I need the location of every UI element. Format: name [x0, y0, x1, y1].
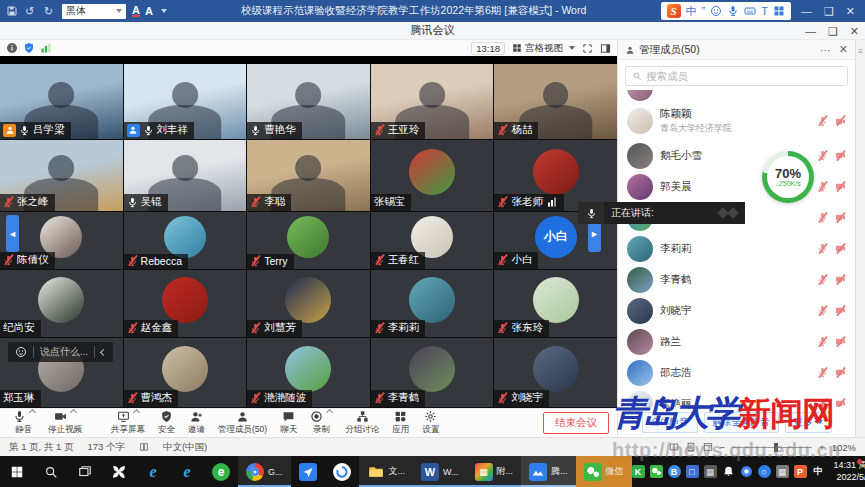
camera-muted-icon[interactable] — [835, 212, 846, 223]
video-tile[interactable]: 曹鸿杰 — [124, 338, 248, 407]
camera-muted-icon[interactable] — [835, 116, 846, 127]
taskbar-app-tencent-meeting[interactable]: 腾... — [521, 456, 576, 487]
tray-monitor-tray-icon[interactable]: □ — [686, 465, 699, 478]
camera-muted-icon[interactable] — [835, 274, 846, 285]
zoom-in-button[interactable]: + — [819, 442, 825, 453]
start-button[interactable] — [0, 456, 34, 487]
voice-input-icon[interactable] — [727, 5, 739, 17]
caret-up-icon[interactable] — [326, 409, 333, 416]
quick-chat-bar[interactable]: 说点什么... — [8, 342, 113, 362]
panel-close-icon[interactable]: ✕ — [839, 43, 848, 56]
search-box[interactable] — [625, 66, 848, 86]
meeting-titlebar[interactable]: 腾讯会议 — ❑ ✕ — [0, 22, 865, 40]
member-list-item[interactable]: 鹅毛小雪 — [627, 140, 846, 171]
font-name-dropdown[interactable]: 黑体 — [62, 4, 126, 19]
undo-icon[interactable]: ↺ — [25, 5, 37, 17]
taskbar-app-browser-360[interactable]: e — [204, 456, 238, 487]
video-tile[interactable]: 刘慧芳 — [247, 270, 371, 337]
camera-muted-icon[interactable] — [835, 305, 846, 316]
keyboard-icon[interactable] — [744, 5, 756, 17]
video-tile[interactable]: 曹艳华 — [247, 64, 371, 139]
toolbar-stop-video-button[interactable]: 停止视频 — [43, 410, 87, 436]
tray-wechat-tray-icon[interactable] — [650, 465, 663, 478]
task-view-button[interactable] — [68, 456, 102, 487]
zoom-out-button[interactable]: − — [720, 442, 726, 453]
mic-muted-icon[interactable] — [817, 212, 828, 223]
tray-chrome-tray-icon[interactable] — [740, 465, 753, 478]
toolbar-record-button[interactable]: 录制 — [305, 410, 337, 436]
toolbar-chat-button[interactable]: 聊天 — [275, 410, 302, 436]
member-list-item[interactable]: 陈颖颖青岛大学经济学院 — [627, 102, 846, 140]
emoji-icon[interactable] — [710, 5, 722, 17]
video-tile[interactable]: 王春红 — [371, 212, 495, 269]
web-layout-icon[interactable] — [703, 442, 713, 452]
proofing-icon[interactable] — [139, 442, 149, 452]
font-color-button[interactable]: A — [132, 5, 140, 17]
member-list-item[interactable]: 路兰 — [627, 326, 846, 357]
taskbar-app-word[interactable]: WW... — [413, 456, 467, 487]
panel-dock-strip[interactable]: ≡ — [855, 40, 865, 437]
camera-muted-icon[interactable] — [835, 150, 846, 161]
fullscreen-icon[interactable] — [582, 43, 593, 54]
chat-input-placeholder[interactable]: 说点什么... — [40, 345, 88, 359]
tray-photo-tray-icon[interactable]: ▦ — [704, 465, 717, 478]
tray-bluetooth-tray-icon[interactable]: B — [668, 465, 681, 478]
print-layout-icon[interactable] — [686, 442, 696, 452]
camera-muted-icon[interactable] — [835, 367, 846, 378]
toolbar-apps-button[interactable]: 应用 — [387, 410, 414, 436]
taskbar-app-explorer[interactable]: 文... — [359, 456, 414, 487]
mic-muted-icon[interactable] — [817, 243, 828, 254]
search-input[interactable] — [646, 70, 841, 82]
video-tile[interactable]: 吴锟 — [124, 140, 248, 211]
zoom-slider-thumb[interactable] — [774, 443, 778, 452]
video-tile[interactable]: 李聪 — [247, 140, 371, 211]
video-tile[interactable]: 张锡宝 — [371, 140, 495, 211]
video-tile[interactable]: 纪尚安 — [0, 270, 124, 337]
side-panel-toggle-icon[interactable] — [600, 43, 611, 54]
video-tile[interactable]: 刘丰祥 — [124, 64, 248, 139]
member-list[interactable]: 陈颖颖青岛大学经济学院鹅毛小雪郭美晨靳童羽李莉莉李青鹤刘晓宇路兰邵志浩宋艳丽 — [618, 90, 855, 407]
tray-bell-tray-icon[interactable] — [722, 465, 735, 478]
taskbar-app-ie-browser[interactable]: e — [136, 456, 170, 487]
mic-muted-icon[interactable] — [817, 181, 828, 192]
member-list-item[interactable]: 宋艳丽 — [627, 388, 846, 407]
zoom-slider[interactable] — [732, 447, 812, 448]
maximize-button[interactable]: ❑ — [824, 5, 834, 18]
video-tile[interactable]: 吕学梁 — [0, 64, 124, 139]
video-tile[interactable]: 刘晓宇 — [494, 338, 617, 407]
caret-up-icon[interactable] — [133, 409, 140, 416]
toolbar-share-screen-button[interactable]: 共享屏幕 — [106, 410, 150, 436]
emoji-icon[interactable] — [15, 346, 27, 358]
menu-grip-icon[interactable]: ≡ — [858, 47, 863, 56]
mic-muted-icon[interactable] — [817, 305, 828, 316]
video-tile[interactable]: Terry — [247, 212, 371, 269]
taskbar-app-swirl-app[interactable] — [325, 456, 359, 487]
collapse-chat-icon[interactable] — [100, 348, 107, 355]
video-tile[interactable]: 赵金鑫 — [124, 270, 248, 337]
video-tile[interactable]: 滟滟随波 — [247, 338, 371, 407]
tray-ime-indicator-icon[interactable]: 中 — [812, 465, 825, 478]
mic-muted-icon[interactable] — [817, 398, 828, 407]
redo-icon[interactable]: ↻ — [44, 5, 56, 17]
taskbar-app-chrome[interactable]: G... — [238, 456, 291, 487]
mic-muted-icon[interactable] — [817, 367, 828, 378]
video-tile[interactable]: 杨喆 — [494, 64, 617, 139]
sogou-logo-icon[interactable]: S — [667, 4, 681, 18]
meeting-info-icon[interactable] — [6, 42, 18, 54]
maximize-button[interactable]: ❑ — [828, 25, 838, 38]
camera-muted-icon[interactable] — [835, 398, 846, 407]
word-count[interactable]: 173 个字 — [87, 441, 125, 454]
tray-kim-tray-icon[interactable]: K — [632, 465, 645, 478]
more-button[interactable]: 更多 — [785, 412, 832, 433]
video-tile[interactable]: 王亚玲 — [371, 64, 495, 139]
member-list-item[interactable]: 李青鹤 — [627, 264, 846, 295]
camera-muted-icon[interactable] — [835, 181, 846, 192]
video-tile[interactable]: 张东玲 — [494, 270, 617, 337]
camera-muted-icon[interactable] — [835, 243, 846, 254]
unmute-all-button[interactable]: 解除全体静音 — [704, 412, 779, 433]
member-list-item[interactable]: 李莉莉 — [627, 233, 846, 264]
camera-muted-icon[interactable] — [835, 336, 846, 347]
taskbar-app-wechat[interactable]: 微信 — [576, 456, 632, 487]
ime-mode-icon[interactable]: 中 — [686, 2, 697, 20]
taskbar-app-pinwheel-app[interactable] — [102, 456, 136, 487]
